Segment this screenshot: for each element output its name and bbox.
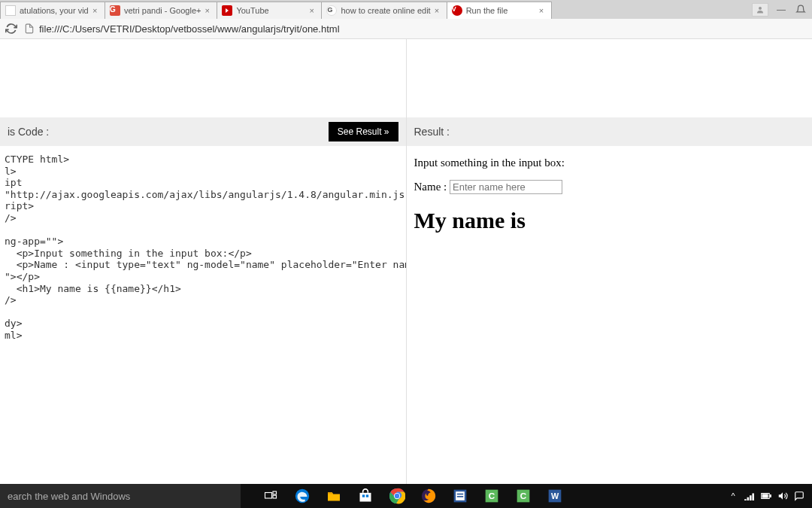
- svg-point-0: [759, 7, 762, 10]
- browser-tab[interactable]: G vetri pandi - Google+ ×: [105, 2, 217, 19]
- svg-rect-1: [265, 493, 272, 499]
- minimize-button[interactable]: —: [774, 4, 788, 16]
- name-label: Name :: [414, 181, 447, 193]
- battery-icon[interactable]: [761, 491, 771, 501]
- result-header: Result :: [407, 117, 813, 146]
- result-heading: My name is: [414, 208, 805, 233]
- page-content: is Code : See Result » CTYPE html> l> ip…: [0, 39, 812, 484]
- tab-title: Run the file: [466, 6, 535, 15]
- svg-rect-7: [366, 494, 368, 497]
- code-header: is Code : See Result »: [0, 117, 406, 146]
- result-column: Result : Input something in the input bo…: [407, 39, 813, 484]
- file-icon: [24, 23, 35, 34]
- firefox-icon[interactable]: [414, 484, 444, 508]
- result-header-label: Result :: [414, 126, 450, 138]
- svg-rect-23: [770, 495, 771, 497]
- favicon-generic: [5, 5, 16, 16]
- camtasia-icon-2[interactable]: C: [508, 484, 538, 508]
- tab-title: how to create online edit: [341, 6, 430, 15]
- reload-button[interactable]: [5, 22, 18, 35]
- task-view-icon[interactable]: [256, 484, 286, 508]
- see-result-button[interactable]: See Result »: [329, 122, 398, 141]
- svg-rect-3: [273, 495, 277, 498]
- edge-icon[interactable]: [287, 484, 317, 508]
- app-icon-1[interactable]: [445, 484, 475, 508]
- windows-taskbar: earch the web and Windows C C W: [0, 484, 812, 508]
- window-controls: —: [752, 0, 812, 19]
- close-icon[interactable]: ×: [539, 7, 547, 14]
- gplus-icon: G: [110, 5, 120, 16]
- youtube-icon: [222, 5, 232, 16]
- svg-rect-15: [457, 496, 463, 497]
- svg-text:C: C: [520, 491, 527, 500]
- close-icon[interactable]: ×: [205, 7, 212, 14]
- search-placeholder: earch the web and Windows: [8, 491, 130, 502]
- code-header-label: is Code :: [8, 126, 49, 138]
- tab-title: vetri pandi - Google+: [124, 6, 201, 15]
- result-area: Input something in the input box: Name :…: [407, 146, 813, 244]
- system-tray: ^: [728, 491, 812, 501]
- svg-rect-5: [360, 493, 371, 502]
- store-icon[interactable]: [350, 484, 380, 508]
- file-explorer-icon[interactable]: [319, 484, 349, 508]
- code-editor[interactable]: CTYPE html> l> ipt "http://ajax.googleap…: [0, 146, 406, 349]
- address-bar: file:///C:/Users/VETRI/Desktop/vetbossel…: [0, 19, 812, 39]
- url-text: file:///C:/Users/VETRI/Desktop/vetbossel…: [39, 23, 340, 35]
- svg-rect-14: [457, 494, 463, 495]
- svg-rect-6: [362, 494, 365, 497]
- browser-tab-active[interactable]: V Run the file ×: [447, 2, 552, 19]
- browser-tab[interactable]: YouTube ×: [217, 2, 322, 19]
- close-icon[interactable]: ×: [309, 7, 317, 14]
- taskbar-search[interactable]: earch the web and Windows: [0, 484, 241, 508]
- name-row: Name :: [414, 180, 805, 194]
- svg-rect-2: [273, 491, 277, 494]
- svg-point-10: [395, 494, 399, 498]
- url-box[interactable]: file:///C:/Users/VETRI/Desktop/vetbossel…: [24, 23, 807, 35]
- google-icon: G: [326, 5, 337, 16]
- name-input[interactable]: [450, 180, 562, 194]
- profile-avatar[interactable]: [752, 3, 768, 17]
- close-icon[interactable]: ×: [92, 7, 100, 14]
- tray-chevron-icon[interactable]: ^: [728, 491, 738, 501]
- browser-tab[interactable]: G how to create online edit ×: [321, 2, 447, 19]
- network-icon[interactable]: [744, 491, 755, 501]
- taskbar-apps: C C W: [256, 484, 570, 508]
- chrome-icon[interactable]: [382, 484, 412, 508]
- tab-title: atulations, your vid: [20, 6, 89, 15]
- svg-text:W: W: [551, 491, 559, 500]
- close-icon[interactable]: ×: [435, 7, 442, 14]
- site-icon: V: [452, 5, 462, 16]
- result-prompt: Input something in the input box:: [414, 157, 805, 169]
- browser-tab-strip: atulations, your vid × G vetri pandi - G…: [0, 0, 812, 19]
- camtasia-icon[interactable]: C: [477, 484, 507, 508]
- action-center-icon[interactable]: [794, 491, 804, 501]
- tab-title: YouTube: [236, 6, 305, 15]
- word-icon[interactable]: W: [540, 484, 570, 508]
- svg-text:C: C: [489, 491, 495, 500]
- notifications-icon[interactable]: [794, 4, 807, 16]
- svg-rect-24: [762, 494, 768, 497]
- code-column: is Code : See Result » CTYPE html> l> ip…: [0, 39, 407, 484]
- browser-tab[interactable]: atulations, your vid ×: [0, 2, 105, 19]
- volume-icon[interactable]: [777, 491, 788, 501]
